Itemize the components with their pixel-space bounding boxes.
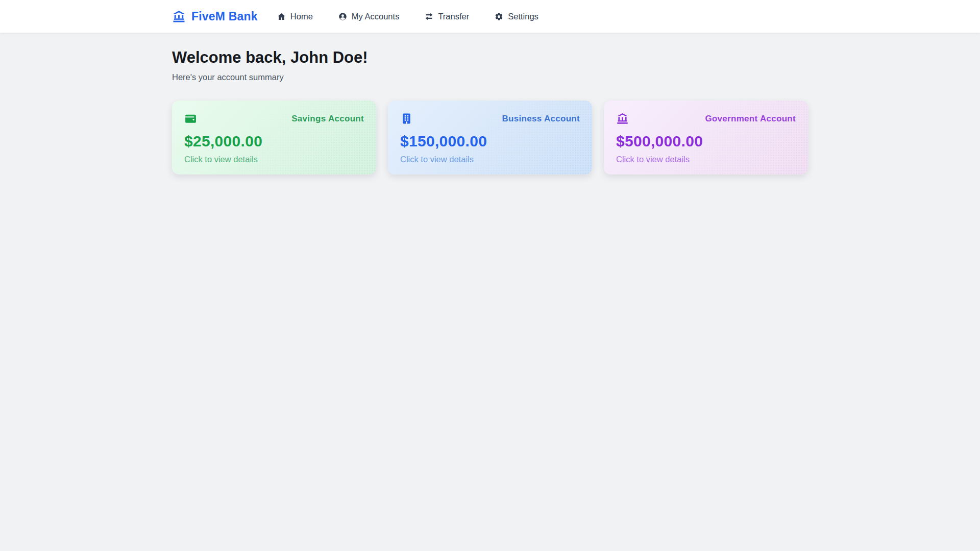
landmark-icon	[616, 112, 629, 125]
nav-links: Home My Accounts	[277, 12, 538, 21]
account-balance: $500,000.00	[616, 133, 796, 151]
top-navbar: FiveM Bank Home My	[0, 0, 980, 33]
account-card-savings[interactable]: Savings Account $25,000.00 Click to view…	[172, 101, 376, 174]
account-details-hint: Click to view details	[184, 155, 364, 164]
account-card-business[interactable]: Business Account $150,000.00 Click to vi…	[388, 101, 592, 174]
card-header: Government Account	[616, 112, 796, 125]
transfer-icon	[425, 12, 433, 21]
bank-icon	[172, 10, 186, 23]
brand-label: FiveM Bank	[191, 10, 258, 23]
nav-item-my-accounts[interactable]: My Accounts	[338, 12, 400, 21]
account-details-hint: Click to view details	[400, 155, 580, 164]
nav-item-label: Transfer	[438, 12, 469, 21]
page-title: Welcome back, John Doe!	[172, 48, 808, 67]
building-icon	[400, 112, 413, 125]
card-header: Savings Account	[184, 112, 364, 125]
nav-item-label: My Accounts	[352, 12, 400, 21]
account-balance: $150,000.00	[400, 133, 580, 151]
nav-item-home[interactable]: Home	[277, 12, 313, 21]
main-content: Welcome back, John Doe! Here's your acco…	[172, 48, 808, 174]
nav-item-label: Home	[290, 12, 313, 21]
page-subtitle: Here's your account summary	[172, 71, 808, 83]
account-balance: $25,000.00	[184, 133, 364, 151]
account-name: Business Account	[502, 114, 580, 124]
nav-item-transfer[interactable]: Transfer	[425, 12, 469, 21]
account-card-government[interactable]: Government Account $500,000.00 Click to …	[604, 101, 808, 174]
home-icon	[277, 12, 286, 21]
account-cards-row: Savings Account $25,000.00 Click to view…	[172, 101, 808, 174]
account-details-hint: Click to view details	[616, 155, 796, 164]
nav-item-settings[interactable]: Settings	[495, 12, 538, 21]
brand-logo[interactable]: FiveM Bank	[172, 10, 258, 23]
account-name: Savings Account	[291, 114, 364, 124]
nav-item-label: Settings	[508, 12, 538, 21]
user-circle-icon	[338, 12, 347, 21]
gear-icon	[495, 12, 503, 21]
navbar-inner: FiveM Bank Home My	[172, 10, 808, 23]
card-header: Business Account	[400, 112, 580, 125]
wallet-icon	[184, 112, 197, 125]
account-name: Government Account	[705, 114, 796, 124]
